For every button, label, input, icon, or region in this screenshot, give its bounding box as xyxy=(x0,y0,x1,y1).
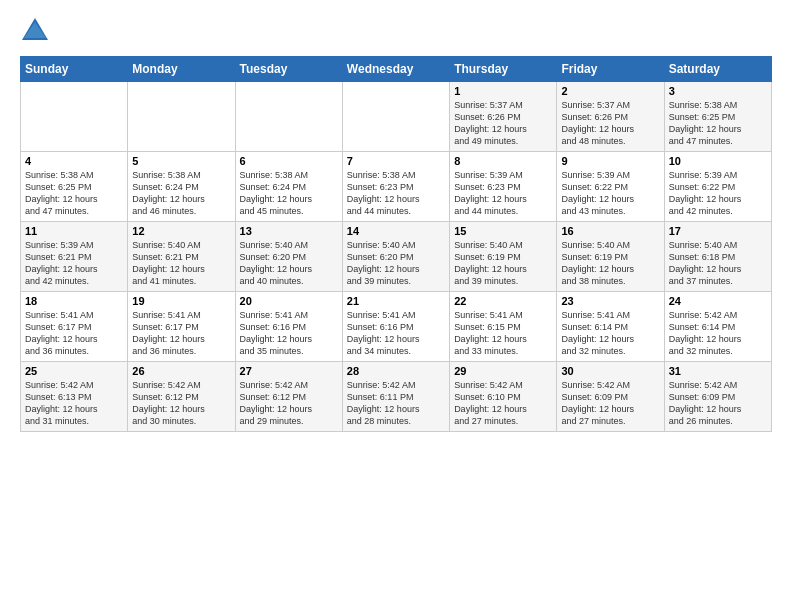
week-row-2: 11Sunrise: 5:39 AM Sunset: 6:21 PM Dayli… xyxy=(21,222,772,292)
calendar-cell: 22Sunrise: 5:41 AM Sunset: 6:15 PM Dayli… xyxy=(450,292,557,362)
day-number: 22 xyxy=(454,295,552,307)
day-number: 26 xyxy=(132,365,230,377)
calendar-cell: 30Sunrise: 5:42 AM Sunset: 6:09 PM Dayli… xyxy=(557,362,664,432)
day-number: 29 xyxy=(454,365,552,377)
day-info: Sunrise: 5:42 AM Sunset: 6:10 PM Dayligh… xyxy=(454,379,552,428)
day-info: Sunrise: 5:38 AM Sunset: 6:25 PM Dayligh… xyxy=(25,169,123,218)
calendar-cell: 17Sunrise: 5:40 AM Sunset: 6:18 PM Dayli… xyxy=(664,222,771,292)
day-info: Sunrise: 5:40 AM Sunset: 6:19 PM Dayligh… xyxy=(561,239,659,288)
day-number: 16 xyxy=(561,225,659,237)
day-number: 11 xyxy=(25,225,123,237)
day-info: Sunrise: 5:41 AM Sunset: 6:14 PM Dayligh… xyxy=(561,309,659,358)
header-saturday: Saturday xyxy=(664,57,771,82)
calendar-cell: 29Sunrise: 5:42 AM Sunset: 6:10 PM Dayli… xyxy=(450,362,557,432)
day-number: 24 xyxy=(669,295,767,307)
day-number: 17 xyxy=(669,225,767,237)
calendar-cell: 19Sunrise: 5:41 AM Sunset: 6:17 PM Dayli… xyxy=(128,292,235,362)
day-number: 27 xyxy=(240,365,338,377)
day-info: Sunrise: 5:37 AM Sunset: 6:26 PM Dayligh… xyxy=(561,99,659,148)
day-info: Sunrise: 5:41 AM Sunset: 6:17 PM Dayligh… xyxy=(132,309,230,358)
calendar-cell: 3Sunrise: 5:38 AM Sunset: 6:25 PM Daylig… xyxy=(664,82,771,152)
calendar-cell: 1Sunrise: 5:37 AM Sunset: 6:26 PM Daylig… xyxy=(450,82,557,152)
page: SundayMondayTuesdayWednesdayThursdayFrid… xyxy=(0,0,792,442)
calendar-cell: 2Sunrise: 5:37 AM Sunset: 6:26 PM Daylig… xyxy=(557,82,664,152)
day-number: 15 xyxy=(454,225,552,237)
day-info: Sunrise: 5:42 AM Sunset: 6:12 PM Dayligh… xyxy=(132,379,230,428)
day-info: Sunrise: 5:40 AM Sunset: 6:21 PM Dayligh… xyxy=(132,239,230,288)
calendar-cell: 28Sunrise: 5:42 AM Sunset: 6:11 PM Dayli… xyxy=(342,362,449,432)
calendar-cell: 15Sunrise: 5:40 AM Sunset: 6:19 PM Dayli… xyxy=(450,222,557,292)
week-row-1: 4Sunrise: 5:38 AM Sunset: 6:25 PM Daylig… xyxy=(21,152,772,222)
calendar-cell: 11Sunrise: 5:39 AM Sunset: 6:21 PM Dayli… xyxy=(21,222,128,292)
calendar-cell: 12Sunrise: 5:40 AM Sunset: 6:21 PM Dayli… xyxy=(128,222,235,292)
day-info: Sunrise: 5:38 AM Sunset: 6:24 PM Dayligh… xyxy=(132,169,230,218)
header-friday: Friday xyxy=(557,57,664,82)
calendar-cell: 27Sunrise: 5:42 AM Sunset: 6:12 PM Dayli… xyxy=(235,362,342,432)
day-info: Sunrise: 5:39 AM Sunset: 6:22 PM Dayligh… xyxy=(561,169,659,218)
day-info: Sunrise: 5:38 AM Sunset: 6:24 PM Dayligh… xyxy=(240,169,338,218)
day-info: Sunrise: 5:41 AM Sunset: 6:16 PM Dayligh… xyxy=(240,309,338,358)
day-number: 19 xyxy=(132,295,230,307)
day-info: Sunrise: 5:42 AM Sunset: 6:13 PM Dayligh… xyxy=(25,379,123,428)
day-info: Sunrise: 5:38 AM Sunset: 6:25 PM Dayligh… xyxy=(669,99,767,148)
calendar-cell xyxy=(21,82,128,152)
day-info: Sunrise: 5:37 AM Sunset: 6:26 PM Dayligh… xyxy=(454,99,552,148)
header-wednesday: Wednesday xyxy=(342,57,449,82)
logo xyxy=(20,16,54,44)
calendar-cell: 23Sunrise: 5:41 AM Sunset: 6:14 PM Dayli… xyxy=(557,292,664,362)
day-number: 7 xyxy=(347,155,445,167)
calendar-cell: 26Sunrise: 5:42 AM Sunset: 6:12 PM Dayli… xyxy=(128,362,235,432)
day-number: 23 xyxy=(561,295,659,307)
day-number: 28 xyxy=(347,365,445,377)
header xyxy=(20,16,772,44)
calendar-header: SundayMondayTuesdayWednesdayThursdayFrid… xyxy=(21,57,772,82)
header-tuesday: Tuesday xyxy=(235,57,342,82)
day-number: 30 xyxy=(561,365,659,377)
day-number: 4 xyxy=(25,155,123,167)
calendar-cell xyxy=(342,82,449,152)
calendar-cell: 5Sunrise: 5:38 AM Sunset: 6:24 PM Daylig… xyxy=(128,152,235,222)
calendar-table: SundayMondayTuesdayWednesdayThursdayFrid… xyxy=(20,56,772,432)
calendar-cell: 13Sunrise: 5:40 AM Sunset: 6:20 PM Dayli… xyxy=(235,222,342,292)
day-info: Sunrise: 5:40 AM Sunset: 6:20 PM Dayligh… xyxy=(240,239,338,288)
calendar-cell: 7Sunrise: 5:38 AM Sunset: 6:23 PM Daylig… xyxy=(342,152,449,222)
day-number: 9 xyxy=(561,155,659,167)
day-number: 13 xyxy=(240,225,338,237)
day-info: Sunrise: 5:39 AM Sunset: 6:22 PM Dayligh… xyxy=(669,169,767,218)
day-info: Sunrise: 5:42 AM Sunset: 6:09 PM Dayligh… xyxy=(669,379,767,428)
header-thursday: Thursday xyxy=(450,57,557,82)
calendar-cell: 10Sunrise: 5:39 AM Sunset: 6:22 PM Dayli… xyxy=(664,152,771,222)
calendar-cell xyxy=(128,82,235,152)
week-row-0: 1Sunrise: 5:37 AM Sunset: 6:26 PM Daylig… xyxy=(21,82,772,152)
day-number: 18 xyxy=(25,295,123,307)
day-info: Sunrise: 5:42 AM Sunset: 6:11 PM Dayligh… xyxy=(347,379,445,428)
header-sunday: Sunday xyxy=(21,57,128,82)
calendar-cell: 31Sunrise: 5:42 AM Sunset: 6:09 PM Dayli… xyxy=(664,362,771,432)
calendar-cell: 8Sunrise: 5:39 AM Sunset: 6:23 PM Daylig… xyxy=(450,152,557,222)
header-row: SundayMondayTuesdayWednesdayThursdayFrid… xyxy=(21,57,772,82)
day-info: Sunrise: 5:41 AM Sunset: 6:15 PM Dayligh… xyxy=(454,309,552,358)
day-number: 1 xyxy=(454,85,552,97)
day-info: Sunrise: 5:42 AM Sunset: 6:09 PM Dayligh… xyxy=(561,379,659,428)
calendar-cell: 24Sunrise: 5:42 AM Sunset: 6:14 PM Dayli… xyxy=(664,292,771,362)
day-number: 8 xyxy=(454,155,552,167)
day-number: 20 xyxy=(240,295,338,307)
calendar-cell: 4Sunrise: 5:38 AM Sunset: 6:25 PM Daylig… xyxy=(21,152,128,222)
svg-marker-1 xyxy=(24,22,46,38)
day-info: Sunrise: 5:39 AM Sunset: 6:21 PM Dayligh… xyxy=(25,239,123,288)
day-info: Sunrise: 5:40 AM Sunset: 6:19 PM Dayligh… xyxy=(454,239,552,288)
day-number: 25 xyxy=(25,365,123,377)
calendar-cell: 9Sunrise: 5:39 AM Sunset: 6:22 PM Daylig… xyxy=(557,152,664,222)
calendar-cell: 21Sunrise: 5:41 AM Sunset: 6:16 PM Dayli… xyxy=(342,292,449,362)
day-info: Sunrise: 5:40 AM Sunset: 6:18 PM Dayligh… xyxy=(669,239,767,288)
calendar-cell: 6Sunrise: 5:38 AM Sunset: 6:24 PM Daylig… xyxy=(235,152,342,222)
calendar-cell: 18Sunrise: 5:41 AM Sunset: 6:17 PM Dayli… xyxy=(21,292,128,362)
calendar-cell: 20Sunrise: 5:41 AM Sunset: 6:16 PM Dayli… xyxy=(235,292,342,362)
day-number: 21 xyxy=(347,295,445,307)
day-number: 2 xyxy=(561,85,659,97)
day-number: 6 xyxy=(240,155,338,167)
day-number: 3 xyxy=(669,85,767,97)
day-info: Sunrise: 5:38 AM Sunset: 6:23 PM Dayligh… xyxy=(347,169,445,218)
calendar-body: 1Sunrise: 5:37 AM Sunset: 6:26 PM Daylig… xyxy=(21,82,772,432)
week-row-4: 25Sunrise: 5:42 AM Sunset: 6:13 PM Dayli… xyxy=(21,362,772,432)
